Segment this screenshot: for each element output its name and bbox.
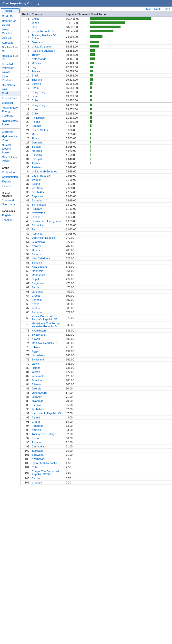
country-cell[interactable]: Uzbekistan xyxy=(30,354,64,358)
country-cell[interactable]: Guatemala xyxy=(30,240,64,244)
country-cell[interactable]: Portugal xyxy=(30,157,64,161)
country-cell[interactable]: Egypt xyxy=(30,349,64,354)
country-cell[interactable]: Ireland xyxy=(30,182,64,186)
country-cell[interactable]: Botswana xyxy=(30,453,64,457)
country-cell[interactable]: Namibia xyxy=(30,428,64,432)
country-cell[interactable]: Argentina xyxy=(30,194,64,198)
country-cell[interactable]: Georgia xyxy=(30,386,64,391)
country-cell[interactable]: Ukraine xyxy=(30,82,64,86)
country-cell[interactable]: Algeria xyxy=(30,416,64,420)
sidebar-item-ethanol[interactable]: Ethanol Fuel xyxy=(0,96,21,100)
country-cell[interactable]: India xyxy=(30,25,64,29)
country-cell[interactable]: Cyprus xyxy=(30,476,64,480)
country-cell[interactable]: Israel xyxy=(30,108,64,112)
country-cell[interactable]: Kuwait xyxy=(30,337,64,341)
country-cell[interactable]: France xyxy=(30,70,64,74)
country-cell[interactable]: New Zealand xyxy=(30,265,64,269)
country-cell[interactable]: Russian Federation xyxy=(30,49,64,53)
country-cell[interactable]: Switzerland xyxy=(30,333,64,337)
country-cell[interactable]: Latvia xyxy=(30,362,64,366)
country-cell[interactable]: Malaysia xyxy=(30,61,64,65)
sidebar-item-distillate[interactable]: Distillate Fuel Oil xyxy=(0,45,21,54)
country-cell[interactable]: Finland xyxy=(30,136,64,140)
country-cell[interactable]: China xyxy=(30,17,64,21)
sidebar-item-coal[interactable]: Coal xyxy=(0,91,21,96)
country-cell[interactable]: Luxembourg xyxy=(30,391,64,395)
country-cell[interactable]: Czech Republic xyxy=(30,174,64,178)
sidebar-item-hydroelectric2[interactable]: Hydroelectric Power xyxy=(0,134,21,143)
country-cell[interactable]: Madagascar xyxy=(30,273,64,277)
sidebar-item-imports[interactable]: Imports xyxy=(0,184,21,189)
country-cell[interactable]: Turkey xyxy=(30,53,64,57)
country-cell[interactable]: New Caledonia xyxy=(30,256,64,260)
country-cell[interactable]: Spain xyxy=(30,86,64,90)
sidebar-item-lpg[interactable]: Liquefied Petroleum Gases xyxy=(0,62,21,74)
country-cell[interactable]: Morocco xyxy=(30,149,64,153)
sidebar-item-crude-oil[interactable]: Crude Oil xyxy=(0,14,21,18)
country-cell[interactable]: Lebanon xyxy=(30,395,64,399)
country-cell[interactable]: Uruguay xyxy=(30,480,64,485)
country-cell[interactable]: Jamaica xyxy=(30,378,64,382)
country-cell[interactable]: Senegal xyxy=(30,298,64,302)
country-cell[interactable]: United Kingdom xyxy=(30,44,64,49)
country-cell[interactable]: Taiwan, Province Of China xyxy=(30,33,64,40)
sidebar-item-espanol[interactable]: Español xyxy=(0,218,21,222)
country-cell[interactable]: Peru xyxy=(30,228,64,232)
sidebar-item-dry-natural-gas[interactable]: Dry Natural Gas xyxy=(0,83,21,91)
country-cell[interactable]: South Africa xyxy=(30,190,64,194)
country-cell[interactable]: Swaziland xyxy=(30,358,64,362)
country-cell[interactable]: Ecuador xyxy=(30,440,64,444)
country-cell[interactable]: Poland xyxy=(30,120,64,124)
country-cell[interactable]: Trinidad and Tobago xyxy=(30,432,64,436)
country-cell[interactable]: Honduras xyxy=(30,424,64,428)
country-cell[interactable]: Pakistan xyxy=(30,166,64,170)
country-cell[interactable]: Belarus xyxy=(30,252,64,256)
sidebar-item-motor-gasoline[interactable]: Motor Gasoline xyxy=(0,27,21,36)
country-cell[interactable]: Slovenia xyxy=(30,260,64,265)
country-cell[interactable]: Ethiopia xyxy=(30,345,64,349)
country-cell[interactable]: Israel xyxy=(30,94,64,98)
sidebar-item-biodiesel[interactable]: Biodiesel xyxy=(0,100,21,105)
country-cell[interactable]: Kyrgyzstan xyxy=(30,211,64,215)
country-cell[interactable]: Thailand xyxy=(30,78,64,82)
country-cell[interactable]: Mexico xyxy=(30,132,64,136)
country-cell[interactable]: Iceland xyxy=(30,366,64,370)
sidebar-item-kerosene[interactable]: Kerosene xyxy=(0,40,21,45)
country-cell[interactable]: Azerbaijan xyxy=(30,457,64,461)
country-cell[interactable]: Tajikistan xyxy=(30,449,64,453)
country-cell[interactable]: Hong Kong xyxy=(30,103,64,108)
country-cell[interactable]: Germany xyxy=(30,40,64,44)
sidebar-item-jet-fuel[interactable]: Jet Fuel xyxy=(0,36,21,40)
country-cell[interactable]: Sweden xyxy=(30,178,64,182)
country-cell[interactable]: Serbia xyxy=(30,286,64,290)
country-cell[interactable]: Bosnia and Herzegovina xyxy=(30,219,64,223)
sidebar-item-residual[interactable]: Residual Fuel Oil xyxy=(0,54,21,62)
country-cell[interactable]: Dominican Republic xyxy=(30,236,64,240)
sidebar-item-total-primary[interactable]: Total Primary Energy xyxy=(0,106,21,114)
country-cell[interactable]: Zimbabwe xyxy=(30,407,64,412)
country-cell[interactable]: Slovakia xyxy=(30,153,64,157)
country-cell[interactable]: United Arab Emirates xyxy=(30,170,64,174)
country-cell[interactable]: Indonesia xyxy=(30,269,64,273)
country-cell[interactable]: Norway xyxy=(30,244,64,248)
country-cell[interactable]: Venezuela xyxy=(30,374,64,378)
country-cell[interactable]: Chile xyxy=(30,112,64,116)
country-cell[interactable]: Kenya xyxy=(30,302,64,306)
sidebar-item-other-electric[interactable]: Other Electric Power xyxy=(0,155,21,164)
country-cell[interactable]: Kazakhstan xyxy=(30,328,64,333)
country-cell[interactable]: Jordan xyxy=(30,306,64,310)
country-cell[interactable]: Viet Nam xyxy=(30,186,64,190)
sidebar-item-other-products[interactable]: Other Products xyxy=(0,74,21,83)
sidebar-item-exports[interactable]: Exports xyxy=(0,179,21,184)
nav-map[interactable]: Map xyxy=(146,8,151,10)
country-cell[interactable]: Austria xyxy=(30,161,64,166)
country-cell[interactable]: United States xyxy=(30,128,64,132)
country-cell[interactable]: Congo, The Democratic Republic Of The xyxy=(30,469,64,476)
country-cell[interactable]: Iran, Islamic Republic Of xyxy=(30,412,64,416)
country-cell[interactable]: Syrian Arab Republic xyxy=(30,461,64,465)
country-cell[interactable]: Albania xyxy=(30,382,64,386)
country-cell[interactable]: Singapore xyxy=(30,281,64,286)
country-cell[interactable]: Korea, Republic Of xyxy=(30,29,64,33)
country-cell[interactable]: Denmark xyxy=(30,140,64,145)
sidebar-item-production[interactable]: Production xyxy=(0,170,21,175)
